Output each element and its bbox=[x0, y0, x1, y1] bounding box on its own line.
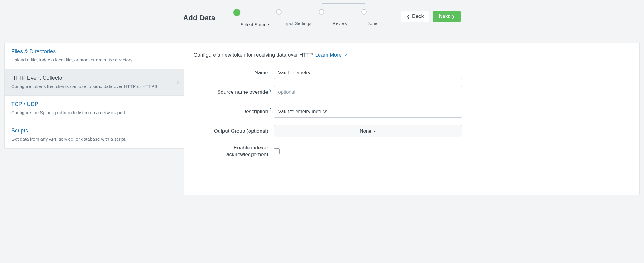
name-input[interactable] bbox=[274, 67, 462, 79]
wizard-steps: Select Source Input Settings Review Done bbox=[233, 6, 383, 27]
back-button[interactable]: ❮ Back bbox=[401, 11, 429, 22]
field-row-output-group: Output Group (optional) None ▼ bbox=[194, 125, 630, 137]
chevron-left-icon: ❮ bbox=[407, 14, 410, 19]
next-button-label: Next bbox=[439, 14, 450, 19]
step-dot-done bbox=[361, 9, 367, 15]
field-label-indexer-ack: Enable indexer acknowledgement bbox=[194, 145, 268, 158]
sidebar-item-desc: Get data from any API, service, or datab… bbox=[11, 136, 177, 143]
step-dot-review bbox=[319, 9, 324, 15]
learn-more-label: Learn More bbox=[315, 52, 341, 58]
field-row-indexer-ack: Enable indexer acknowledgement bbox=[194, 145, 630, 158]
field-row-source-override: Source name override ? bbox=[194, 86, 630, 98]
sidebar-item-http-event-collector[interactable]: HTTP Event Collector Configure tokens th… bbox=[5, 69, 184, 96]
step-review: Review bbox=[319, 9, 361, 26]
step-input-settings: Input Settings bbox=[276, 9, 319, 26]
learn-more-link[interactable]: Learn More ↗ bbox=[315, 52, 348, 58]
step-label: Select Source bbox=[233, 22, 276, 27]
config-panel: Configure a new token for receiving data… bbox=[184, 43, 640, 195]
step-dot-input-settings bbox=[276, 9, 282, 15]
field-label-description: Description ? bbox=[194, 108, 268, 115]
sidebar-item-files-directories[interactable]: Files & Directories Upload a file, index… bbox=[5, 43, 184, 69]
intro-text-content: Configure a new token for receiving data… bbox=[194, 52, 315, 58]
step-label: Review bbox=[319, 21, 361, 26]
step-select-source: Select Source bbox=[233, 9, 276, 27]
field-label-output-group: Output Group (optional) bbox=[194, 128, 268, 135]
back-button-label: Back bbox=[412, 14, 424, 19]
output-group-selected: None bbox=[360, 128, 371, 134]
source-type-sidebar: Files & Directories Upload a file, index… bbox=[4, 43, 184, 149]
sidebar-item-desc: Upload a file, index a local file, or mo… bbox=[11, 57, 177, 64]
wizard-buttons: ❮ Back Next ❯ bbox=[401, 11, 461, 22]
field-row-name: Name bbox=[194, 67, 630, 79]
step-line bbox=[322, 3, 343, 4]
caret-down-icon: ▼ bbox=[373, 130, 376, 133]
external-link-icon: ↗ bbox=[344, 53, 348, 58]
field-row-description: Description ? bbox=[194, 106, 630, 118]
source-override-input[interactable] bbox=[274, 86, 462, 98]
help-icon[interactable]: ? bbox=[269, 88, 271, 93]
help-icon[interactable]: ? bbox=[269, 108, 271, 113]
sidebar-item-scripts[interactable]: Scripts Get data from any API, service, … bbox=[5, 122, 184, 149]
step-done: Done bbox=[361, 9, 383, 26]
field-label-name: Name bbox=[194, 69, 268, 76]
step-label: Input Settings bbox=[276, 21, 319, 26]
sidebar-item-tcp-udp[interactable]: TCP / UDP Configure the Splunk platform … bbox=[5, 96, 184, 122]
output-group-select[interactable]: None ▼ bbox=[274, 125, 462, 137]
intro-text: Configure a new token for receiving data… bbox=[194, 52, 630, 58]
sidebar-item-desc: Configure the Splunk platform to listen … bbox=[11, 109, 177, 116]
indexer-ack-checkbox[interactable] bbox=[274, 148, 280, 154]
content-area: Files & Directories Upload a file, index… bbox=[0, 36, 644, 202]
sidebar-item-title: Scripts bbox=[11, 128, 177, 134]
next-button[interactable]: Next ❯ bbox=[433, 11, 461, 22]
chevron-right-icon: ❯ bbox=[451, 14, 455, 19]
chevron-right-icon: › bbox=[177, 78, 179, 86]
sidebar-item-title: TCP / UDP bbox=[11, 101, 177, 107]
page-title: Add Data bbox=[183, 14, 215, 22]
field-label-source-override: Source name override ? bbox=[194, 89, 268, 96]
description-input[interactable] bbox=[274, 106, 462, 118]
sidebar-item-title: Files & Directories bbox=[11, 48, 177, 55]
wizard-header: Add Data Select Source Input Settings Re… bbox=[0, 0, 644, 36]
step-label: Done bbox=[361, 21, 383, 26]
sidebar-item-desc: Configure tokens that clients can use to… bbox=[11, 83, 177, 90]
sidebar-item-title: HTTP Event Collector bbox=[11, 75, 177, 81]
step-dot-select-source bbox=[233, 9, 240, 16]
